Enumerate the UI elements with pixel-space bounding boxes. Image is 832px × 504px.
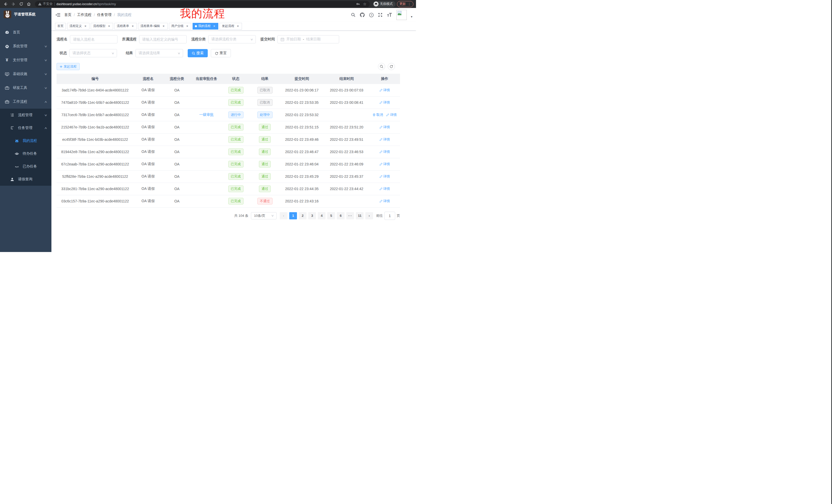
detail-link[interactable]: 详情 [380,162,390,166]
action-label: 详情 [383,100,390,105]
detail-link[interactable]: 详情 [380,199,390,203]
breadcrumb-home[interactable]: 首页 [64,12,72,17]
breadcrumb-task-mgmt[interactable]: 任务管理 [97,12,111,17]
start-process-button[interactable]: 发起流程 [57,63,80,70]
sidebar-item-infra[interactable]: 基础设施 ∨ [0,67,51,81]
reset-button[interactable]: 重置 [211,49,231,57]
refresh-table-button[interactable] [388,63,395,70]
status-select[interactable]: 请选择状态 ∨ [70,49,117,57]
cancel-link[interactable]: 取消 [372,113,383,117]
home-icon[interactable] [26,1,32,7]
show-search-toggle-button[interactable] [378,63,385,70]
sidebar-item-label: 系统管理 [13,44,27,49]
detail-link[interactable]: 详情 [380,125,390,130]
tab-用户分组[interactable]: 用户分组× [169,23,191,30]
detail-link[interactable]: 详情 [380,174,390,179]
column-header-结束时间: 结束时间 [324,74,369,84]
briefcase-icon [5,100,9,104]
tab-我的流程[interactable]: 我的流程× [192,23,218,30]
detail-link[interactable]: 详情 [380,88,390,92]
help-icon[interactable]: ? [369,12,374,18]
sidebar-item-pay[interactable]: ¥ 支付管理 ∨ [0,53,51,67]
tab-label: 流程模型 [93,24,105,28]
page-button-2[interactable]: 2 [299,212,307,219]
next-page-button[interactable]: › [365,212,373,219]
sidebar-item-workflow[interactable]: 工作流程 ∧ [0,95,51,109]
page-button-4[interactable]: 4 [318,212,326,219]
tab-发起流程[interactable]: 发起流程× [219,23,242,30]
tab-首页[interactable]: 首页 [55,23,66,30]
tab-流程表单[interactable]: 流程表单× [114,23,137,30]
avatar[interactable] [396,10,407,20]
submit-time-range-picker[interactable]: 开始日期 - 结束日期 [278,35,339,44]
sidebar-item-my-process[interactable]: 我的流程 [0,134,51,147]
search-button[interactable]: 搜索 [188,49,208,57]
page-button-1[interactable]: 1 [289,212,297,219]
page-button-5[interactable]: 5 [327,212,335,219]
yen-icon: ¥ [5,58,9,63]
tab-close-icon[interactable]: × [212,24,216,28]
tab-流程表单-编辑[interactable]: 流程表单-编辑× [138,23,167,30]
tab-close-icon[interactable]: × [83,24,87,28]
detail-link[interactable]: 详情 [380,100,390,105]
tab-close-icon[interactable]: × [162,24,165,28]
page-button-11[interactable]: 11 [356,212,364,219]
jump-page-input[interactable] [385,214,395,218]
back-icon[interactable] [3,1,9,7]
browser-update-button[interactable]: 更新 ⋮ [397,1,414,7]
page-button-3[interactable]: 3 [308,212,316,219]
tab-close-icon[interactable]: × [131,24,134,28]
bookmark-star-icon[interactable]: ☆ [363,2,366,6]
address-bar[interactable]: 不安全 dashboard.yudao.iocoder.cn/bpm/task/… [35,1,370,7]
sidebar-item-done-tasks[interactable]: 已办任务 [0,160,51,173]
cell-actions: 详情 [369,158,400,170]
header-search-icon[interactable] [351,12,356,17]
page-size-select[interactable]: 10条/页 ∨ [251,212,277,219]
status-badge: 已完成 [228,136,243,143]
breadcrumb-workflow[interactable]: 工作流程 [77,12,92,17]
detail-link[interactable]: 详情 [380,149,390,154]
pager-ellipsis[interactable]: ··· [346,212,354,219]
fullscreen-icon[interactable] [378,12,383,17]
result-select[interactable]: 请选择流结果 ∨ [135,49,183,57]
sidebar-item-todo-tasks[interactable]: 待办任务 [0,147,51,160]
reload-icon[interactable] [18,1,24,7]
font-size-icon[interactable] [387,12,392,17]
tab-close-icon[interactable]: × [185,24,189,28]
tab-流程模型[interactable]: 流程模型× [91,23,113,30]
process-name-input[interactable] [73,37,114,41]
app-logo[interactable]: 芋道管理系统 [0,8,51,21]
sidebar-item-process-mgmt[interactable]: 流程管理 ∨ [0,109,51,121]
eye-closed-icon [15,164,19,169]
prev-page-button[interactable]: ‹ [280,212,287,219]
process-definition-input[interactable] [142,37,184,41]
refresh-icon [390,65,393,68]
search-icon [192,52,195,55]
avatar-caret-down-icon[interactable]: ▾ [411,15,412,19]
tab-close-icon[interactable]: × [107,24,111,28]
cell-result: 通过 [250,170,280,183]
edit-pen-icon [380,138,383,141]
sidebar-item-system[interactable]: 系统管理 ∨ [0,39,51,53]
detail-link[interactable]: 详情 [380,137,390,142]
detail-link[interactable]: 详情 [380,187,390,191]
cell-id: 03c6c157-7b9a-11ec-a290-acde48001122 [57,195,134,207]
tab-close-icon[interactable]: × [236,24,240,28]
sidebar-item-task-mgmt[interactable]: 任务管理 ∧ [0,121,51,134]
cell-end-time [324,109,369,121]
category-select[interactable]: 请选择流程分类 ∨ [208,35,256,44]
tab-流程定义[interactable]: 流程定义× [67,23,89,30]
collapse-sidebar-icon[interactable] [55,12,61,18]
key-icon[interactable] [356,2,360,6]
github-icon[interactable] [360,12,365,18]
page-button-6[interactable]: 6 [337,212,344,219]
eye-open-icon [15,151,19,156]
browser-menu-dots-icon[interactable]: ⋮ [408,2,411,6]
detail-link[interactable]: 详情 [386,113,397,117]
forward-icon[interactable] [10,1,17,7]
edit-pen-icon [380,89,383,92]
sidebar-item-devtools[interactable]: 研发工具 ∨ [0,81,51,95]
sidebar-item-home[interactable]: 首页 [0,25,51,39]
sidebar-item-leave-query[interactable]: 请假查询 [0,173,51,186]
current-task-link[interactable]: 一级审批 [199,113,214,117]
